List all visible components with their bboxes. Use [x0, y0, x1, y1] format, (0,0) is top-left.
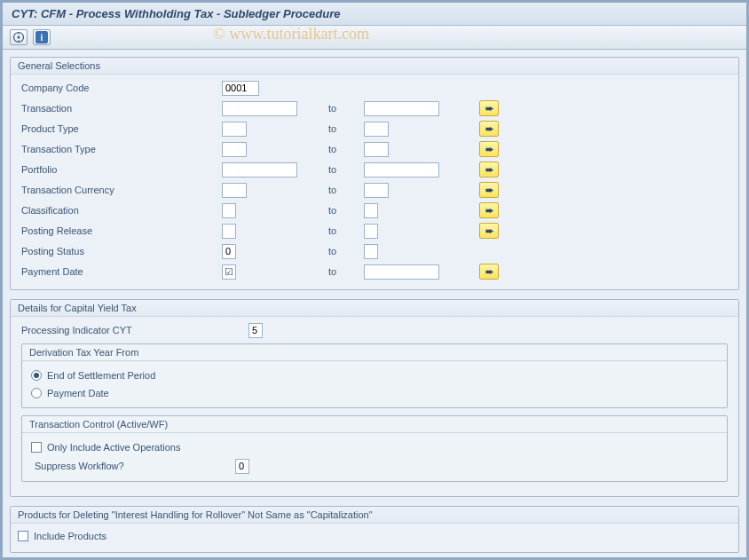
multi-select-tx-currency[interactable]: ➨ [479, 182, 499, 198]
label-suppress-workflow: Suppress Workflow? [31, 461, 235, 471]
toolbar: i [3, 26, 746, 50]
input-posting-release-from[interactable] [222, 224, 236, 239]
arrow-right-icon: ➨ [485, 205, 493, 217]
subgroup-transaction-control: Transaction Control (Active/WF) Only Inc… [21, 415, 728, 482]
execute-icon [12, 31, 25, 43]
multi-select-transaction[interactable]: ➨ [479, 100, 499, 116]
multi-select-posting-release[interactable]: ➨ [479, 223, 499, 239]
input-transaction-to[interactable] [364, 101, 439, 116]
arrow-right-icon: ➨ [485, 266, 493, 278]
to-label: to [319, 103, 364, 114]
input-payment-date-from[interactable]: ☑ [222, 264, 236, 280]
label-company-code: Company Code [18, 83, 222, 93]
group-title-general: General Selections [11, 58, 738, 75]
group-general-selections: General Selections Company Code Transact… [10, 57, 739, 290]
input-transaction-type-to[interactable] [364, 142, 389, 157]
input-portfolio-from[interactable] [222, 162, 297, 177]
radio-label-end-settlement: End of Settlement Period [47, 370, 155, 381]
title-bar: CYT: CFM - Process Withholding Tax - Sub… [3, 3, 746, 26]
info-icon: i [35, 31, 48, 43]
execute-button[interactable] [10, 29, 28, 45]
subgroup-title-derivation: Derivation Tax Year From [22, 344, 727, 361]
arrow-right-icon: ➨ [485, 164, 493, 176]
multi-select-transaction-type[interactable]: ➨ [479, 141, 499, 157]
multi-select-classification[interactable]: ➨ [479, 202, 499, 218]
label-portfolio: Portfolio [18, 164, 222, 175]
label-posting-status: Posting Status [18, 246, 222, 256]
group-details-cyt: Details for Capital Yield Tax Processing… [10, 299, 739, 497]
input-classification-to[interactable] [364, 203, 378, 218]
label-processing-indicator: Processing Indicator CYT [18, 325, 248, 335]
input-suppress-workflow[interactable] [235, 459, 249, 474]
input-posting-release-to[interactable] [364, 224, 378, 239]
multi-select-portfolio[interactable]: ➨ [479, 162, 499, 177]
label-tx-currency: Transaction Currency [18, 185, 222, 195]
group-products: Products for Deleting "Interest Handling… [10, 506, 739, 553]
label-payment-date: Payment Date [18, 266, 222, 277]
radio-payment-date[interactable] [31, 388, 42, 398]
input-transaction-type-from[interactable] [222, 142, 247, 157]
input-payment-date-to[interactable] [364, 264, 439, 280]
label-transaction: Transaction [18, 103, 222, 114]
checkbox-label-active-operations: Only Include Active Operations [47, 442, 180, 453]
group-title-details: Details for Capital Yield Tax [11, 300, 738, 317]
group-title-products: Products for Deleting "Interest Handling… [11, 507, 738, 524]
subgroup-title-control: Transaction Control (Active/WF) [22, 416, 727, 433]
label-product-type: Product Type [18, 123, 222, 134]
subgroup-derivation: Derivation Tax Year From End of Settleme… [21, 343, 728, 408]
label-posting-release: Posting Release [18, 225, 222, 236]
checkbox-label-include-products: Include Products [34, 531, 106, 541]
arrow-right-icon: ➨ [485, 103, 493, 114]
input-product-type-from[interactable] [222, 122, 247, 137]
multi-select-payment-date[interactable]: ➨ [479, 264, 499, 280]
arrow-right-icon: ➨ [485, 185, 493, 196]
label-transaction-type: Transaction Type [18, 144, 222, 154]
checkbox-include-products[interactable] [18, 531, 28, 541]
radio-end-settlement[interactable] [31, 370, 42, 381]
arrow-right-icon: ➨ [485, 144, 493, 155]
checkbox-active-operations[interactable] [31, 442, 42, 453]
multi-select-product-type[interactable]: ➨ [479, 121, 499, 137]
input-transaction-from[interactable] [222, 101, 297, 116]
input-posting-status-from[interactable] [222, 244, 236, 259]
svg-point-1 [18, 36, 20, 39]
arrow-right-icon: ➨ [485, 123, 493, 135]
input-company-code[interactable] [222, 81, 259, 96]
radio-label-payment-date: Payment Date [47, 388, 109, 398]
input-posting-status-to[interactable] [364, 244, 378, 259]
input-portfolio-to[interactable] [364, 162, 439, 177]
content-area: General Selections Company Code Transact… [3, 50, 746, 557]
input-tx-currency-to[interactable] [364, 183, 389, 198]
info-button[interactable]: i [33, 29, 51, 45]
input-product-type-to[interactable] [364, 122, 389, 137]
input-processing-indicator[interactable] [248, 323, 263, 338]
input-classification-from[interactable] [222, 203, 236, 218]
arrow-right-icon: ➨ [485, 225, 493, 237]
page-title: CYT: CFM - Process Withholding Tax - Sub… [12, 7, 737, 20]
input-tx-currency-from[interactable] [222, 183, 247, 198]
label-classification: Classification [18, 205, 222, 216]
